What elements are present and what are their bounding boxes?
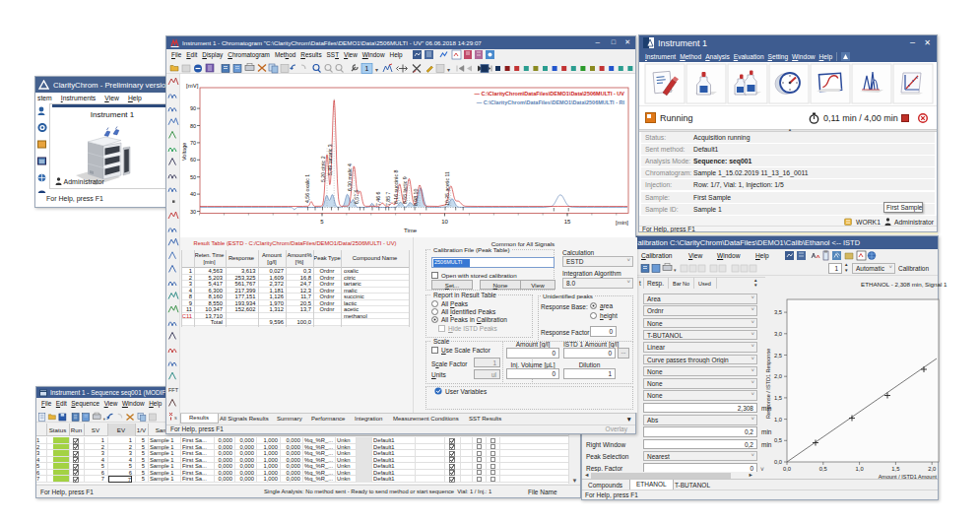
svg-text:1: 1	[365, 65, 369, 72]
svg-text:FFT: FFT	[168, 387, 179, 393]
svg-text:S: S	[174, 416, 177, 421]
svg-text:15: 15	[564, 219, 571, 225]
svg-text:4,56 oxalic 1: 4,56 oxalic 1	[304, 174, 310, 203]
svg-text:50: 50	[190, 174, 196, 180]
svg-text:80: 80	[190, 123, 196, 129]
svg-text:Time: Time	[404, 228, 418, 233]
svg-text:▾: ▾	[103, 417, 106, 422]
svg-text:2,0: 2,0	[774, 373, 782, 379]
svg-text:6,57 5: 6,57 5	[354, 189, 359, 204]
svg-text:— C:\ClarityChrom\DataFiles\DE: — C:\ClarityChrom\DataFiles\DEMO1\Data\2…	[477, 99, 625, 105]
svg-text:[mV]: [mV]	[186, 83, 199, 89]
svg-text:30: 30	[190, 209, 196, 215]
svg-text:3,5: 3,5	[774, 309, 782, 315]
svg-text:0,5: 0,5	[774, 437, 782, 443]
svg-text:0,0: 0,0	[783, 466, 791, 472]
svg-text:5,49 tartaric 3: 5,49 tartaric 3	[327, 144, 333, 175]
svg-text:▾: ▾	[674, 267, 677, 273]
svg-text:2,5: 2,5	[774, 353, 782, 359]
svg-text:1,5: 1,5	[891, 466, 899, 472]
svg-text:7,46 6: 7,46 6	[375, 191, 381, 206]
svg-text:0,5: 0,5	[819, 466, 827, 472]
svg-text:▾: ▾	[447, 67, 450, 73]
svg-text:90: 90	[190, 105, 196, 111]
svg-text:60: 60	[190, 157, 196, 163]
svg-text:1,0: 1,0	[856, 466, 864, 472]
svg-text:Voltage: Voltage	[181, 143, 187, 161]
svg-text:8,55 lactic 9: 8,55 lactic 9	[402, 176, 408, 204]
svg-text:▾: ▾	[375, 67, 378, 73]
svg-text:5,20 citric 2: 5,20 citric 2	[320, 156, 326, 182]
svg-text:1,5: 1,5	[774, 395, 782, 401]
svg-text:70: 70	[190, 140, 196, 146]
svg-text:40: 40	[190, 191, 196, 197]
svg-text:5: 5	[320, 219, 324, 225]
svg-text:7,85 7: 7,85 7	[385, 191, 391, 206]
svg-text:3,0: 3,0	[774, 331, 782, 337]
svg-text:10,25 acetic 11: 10,25 acetic 11	[444, 171, 450, 206]
svg-text:8,16 succinic 8: 8,16 succinic 8	[393, 170, 399, 204]
svg-text:[min]: [min]	[616, 220, 628, 226]
svg-text:1,0: 1,0	[774, 417, 782, 423]
svg-text:2,0: 2,0	[928, 466, 936, 472]
svg-text:— C:\ClarityChrom\DataFiles\DE: — C:\ClarityChrom\DataFiles\DEMO1\Data\2…	[475, 91, 625, 97]
svg-text:Response / ISTD1 Response: Response / ISTD1 Response	[765, 349, 771, 419]
svg-text:8,98 10: 8,98 10	[413, 189, 419, 206]
svg-text:6,30 malic 4: 6,30 malic 4	[347, 163, 353, 191]
svg-text:10: 10	[441, 219, 448, 225]
svg-text:0,0: 0,0	[774, 459, 782, 465]
